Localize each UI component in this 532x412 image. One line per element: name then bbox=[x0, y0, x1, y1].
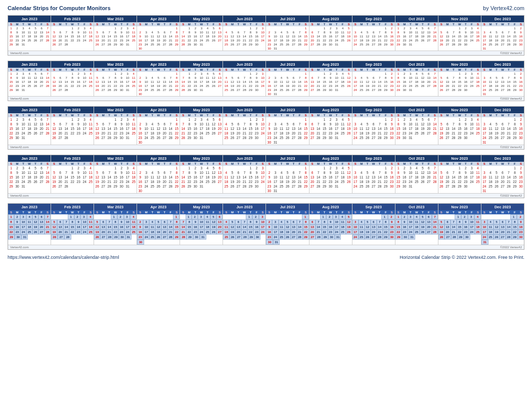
day-cell: 3 bbox=[198, 72, 204, 76]
day-cell: 4 bbox=[340, 72, 346, 76]
day-cell: 22 bbox=[247, 179, 253, 184]
day-cell-empty bbox=[81, 88, 87, 92]
day-cell: 29 bbox=[247, 135, 253, 140]
day-cell: 29 bbox=[512, 235, 518, 240]
day-cell: 24 bbox=[469, 179, 475, 184]
day-cell: 22 bbox=[247, 38, 253, 42]
days-grid: 1234567891011121314151617181920212223242… bbox=[51, 72, 94, 92]
days-grid: 1234567891011121314151617181920212223242… bbox=[180, 72, 223, 92]
day-cell: 5 bbox=[210, 72, 216, 76]
day-cell-empty bbox=[204, 42, 210, 47]
day-cell: 31 bbox=[198, 135, 204, 140]
day-cell: 29 bbox=[173, 42, 180, 47]
week-row: 16171819202122 bbox=[266, 84, 308, 88]
day-cell: 30 bbox=[118, 184, 124, 189]
day-cell: 5 bbox=[285, 219, 291, 224]
day-cell-empty bbox=[291, 26, 297, 30]
day-cell: 30 bbox=[15, 235, 21, 240]
day-cell: 6 bbox=[371, 219, 377, 224]
day-cell: 18 bbox=[130, 224, 137, 230]
day-cell: 27 bbox=[161, 184, 167, 189]
day-cell: 28 bbox=[316, 42, 322, 47]
day-cell: 24 bbox=[408, 38, 414, 42]
day-cell: 19 bbox=[210, 175, 216, 179]
day-cell: 28 bbox=[451, 135, 457, 140]
day-cell: 4 bbox=[487, 76, 494, 80]
day-cell-empty bbox=[297, 140, 303, 145]
day-cell-empty bbox=[143, 140, 149, 145]
dow-cell: F bbox=[124, 68, 130, 72]
day-cell-empty bbox=[216, 88, 223, 92]
dow-cell: M bbox=[487, 162, 494, 166]
strip-footer-url: Vertex42.com bbox=[10, 97, 29, 100]
day-cell: 22 bbox=[303, 131, 309, 135]
day-cell: 8 bbox=[69, 76, 75, 80]
day-cell: 14 bbox=[432, 122, 438, 126]
day-cell: 22 bbox=[186, 230, 192, 235]
day-cell: 4 bbox=[26, 117, 32, 122]
day-cell: 7 bbox=[316, 76, 322, 80]
dow-cell: W bbox=[69, 162, 75, 166]
day-cell: 7 bbox=[451, 219, 457, 224]
day-cell: 22 bbox=[186, 38, 192, 42]
dow-cell: S bbox=[518, 210, 524, 214]
month-block: Apr 2023SMTWTFS1234567891011121314151617… bbox=[137, 204, 180, 245]
day-cell: 21 bbox=[180, 84, 186, 88]
day-cell-empty bbox=[38, 135, 45, 140]
week-row: 78910111213 bbox=[180, 30, 223, 34]
day-cell: 13 bbox=[309, 80, 316, 84]
month-header: Feb 2023 bbox=[51, 204, 94, 210]
day-cell: 1 bbox=[69, 72, 75, 76]
day-cell: 17 bbox=[469, 34, 475, 38]
day-cell: 13 bbox=[445, 80, 451, 84]
dow-row: SMTWTFS bbox=[395, 162, 438, 166]
week-row: 23242526272829 bbox=[137, 135, 180, 140]
month-header: Oct 2023 bbox=[395, 61, 438, 68]
day-cell: 19 bbox=[438, 230, 445, 235]
day-cell: 11 bbox=[204, 76, 210, 80]
day-cell: 28 bbox=[180, 135, 186, 140]
day-cell: 7 bbox=[63, 30, 69, 34]
week-row: 891011121314 bbox=[8, 122, 51, 126]
day-cell: 23 bbox=[389, 131, 395, 135]
dow-cell: S bbox=[130, 113, 137, 117]
day-cell: 14 bbox=[241, 126, 247, 131]
week-row: 3456789 bbox=[481, 122, 524, 126]
week-row: 6789101112 bbox=[309, 76, 352, 80]
day-cell: 21 bbox=[45, 126, 51, 131]
day-cell: 12 bbox=[494, 224, 500, 230]
days-grid: 1234567891011121314151617181920212223242… bbox=[94, 72, 137, 92]
day-cell: 5 bbox=[365, 170, 371, 175]
day-cell: 14 bbox=[241, 34, 247, 38]
day-cell: 19 bbox=[94, 84, 100, 88]
day-cell: 13 bbox=[57, 80, 63, 84]
week-row: 12131415161718 bbox=[94, 34, 137, 38]
day-cell: 28 bbox=[64, 235, 71, 240]
day-cell: 12 bbox=[365, 175, 371, 179]
week-row: 2345678 bbox=[266, 30, 308, 34]
day-cell: 1 bbox=[322, 166, 328, 170]
day-cell-empty bbox=[173, 92, 180, 96]
day-cell: 16 bbox=[118, 34, 124, 38]
day-cell: 19 bbox=[94, 230, 100, 235]
day-cell-empty bbox=[94, 214, 100, 219]
day-cell-empty bbox=[445, 117, 451, 122]
dow-cell: T bbox=[161, 113, 167, 117]
day-cell: 11 bbox=[149, 80, 155, 84]
day-cell-empty bbox=[475, 184, 481, 189]
day-cell: 17 bbox=[469, 126, 475, 131]
dow-cell: S bbox=[303, 68, 309, 72]
day-cell-empty bbox=[359, 166, 365, 170]
day-cell: 9 bbox=[118, 76, 124, 80]
day-cell: 28 bbox=[432, 84, 438, 88]
dow-cell: W bbox=[328, 22, 334, 26]
dow-cell: M bbox=[186, 162, 192, 166]
dow-row: SMTWTFS bbox=[223, 22, 265, 26]
week-row: 262728293031 bbox=[94, 235, 137, 240]
day-cell: 10 bbox=[124, 170, 130, 175]
day-cell: 1 bbox=[303, 26, 309, 30]
day-cell: 13 bbox=[57, 34, 63, 38]
day-cell: 2 bbox=[253, 166, 259, 170]
dow-cell: F bbox=[297, 68, 303, 72]
day-cell: 18 bbox=[340, 224, 346, 230]
